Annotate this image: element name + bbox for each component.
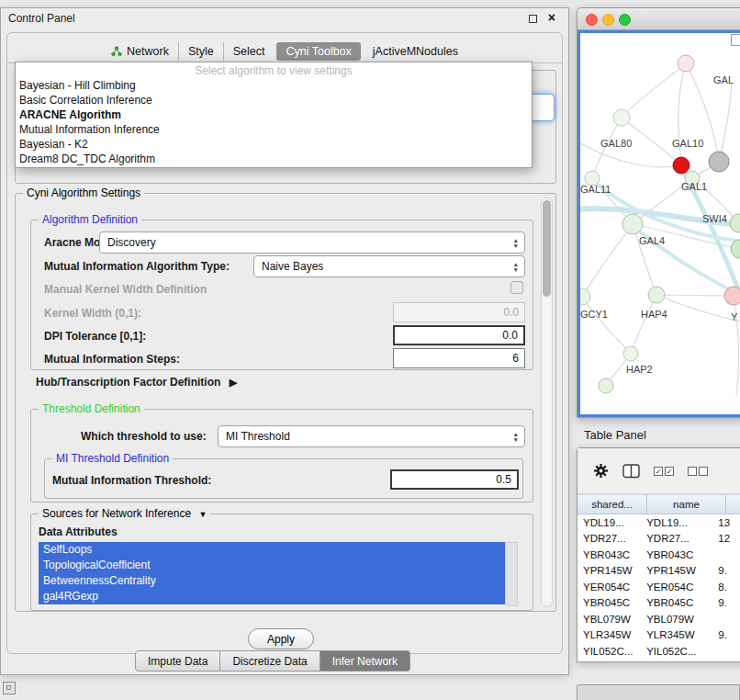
network-node[interactable] — [613, 109, 630, 126]
network-node[interactable] — [724, 287, 740, 305]
table-cell: YPR145W — [641, 565, 712, 576]
mac-close-button[interactable] — [586, 14, 598, 26]
mi-steps-label: Mutual Information Steps: — [44, 353, 180, 366]
scrollbar-thumb[interactable] — [543, 200, 551, 297]
select-all-columns-icon[interactable]: ✓✓ — [654, 467, 674, 476]
network-node-label: GCY1 — [580, 309, 608, 320]
table-column-header[interactable] — [726, 494, 740, 514]
network-node[interactable] — [678, 55, 694, 72]
table-cell: YDR27... — [577, 533, 641, 544]
apply-button[interactable]: Apply — [248, 628, 314, 649]
collapsed-panel-bar[interactable] — [577, 684, 740, 700]
mac-minimize-button[interactable] — [602, 14, 614, 26]
data-attribute-item[interactable]: SelfLoops — [39, 542, 505, 558]
close-icon[interactable]: × — [548, 10, 555, 25]
table-column-header[interactable]: shared... — [577, 494, 647, 514]
table-panel-title: Table Panel — [584, 428, 646, 442]
hub-factor-label: Hub/Transcription Factor Definition — [36, 376, 220, 389]
columns-icon[interactable] — [622, 464, 640, 479]
which-threshold-combobox[interactable]: MI Threshold ▲▼ — [218, 425, 525, 447]
table-cell: YDL19... — [641, 517, 712, 528]
table-cell: 9. — [712, 597, 740, 608]
mi-type-label: Mutual Information Algorithm Type: — [44, 260, 230, 273]
algorithm-option[interactable]: Bayesian - K2 — [16, 137, 532, 152]
gear-icon[interactable] — [593, 463, 609, 479]
network-node-label: GAL — [713, 74, 734, 85]
algorithm-option[interactable]: Mutual Information Inference — [16, 122, 532, 137]
tab-select[interactable]: Select — [223, 42, 275, 61]
deselect-all-columns-icon[interactable] — [688, 467, 708, 476]
network-canvas[interactable]: GALGAL80GAL10GAL11GAL1SWI4GAL4GCY1HAP4YH… — [577, 30, 740, 417]
manual-kernel-checkbox[interactable] — [510, 281, 523, 294]
network-edge — [656, 295, 734, 296]
table-cell: YBR045C — [641, 597, 712, 608]
data-attributes-list[interactable]: SelfLoopsTopologicalCoefficientBetweenne… — [39, 542, 505, 606]
network-node[interactable] — [648, 287, 665, 303]
network-graph: GALGAL80GAL10GAL11GAL1SWI4GAL4GCY1HAP4YH… — [580, 33, 740, 416]
network-node-label: GAL80 — [600, 138, 632, 149]
tab-impute-data[interactable]: Impute Data — [135, 650, 220, 672]
aracne-mode-combobox[interactable]: Discovery ▲▼ — [99, 231, 525, 254]
threshold-definition-title: Threshold Definition — [39, 402, 144, 415]
table-row[interactable]: YBR043CYBR043C — [577, 547, 740, 563]
table-row[interactable]: YPR145WYPR145W9. — [577, 563, 740, 580]
table-row[interactable]: YDR27...YDR27...12 — [577, 531, 740, 548]
network-edge — [582, 297, 631, 354]
network-node[interactable] — [731, 240, 740, 258]
tab-infer-network[interactable]: Infer Network — [320, 650, 410, 672]
network-edge — [719, 84, 732, 162]
network-node[interactable] — [730, 214, 740, 232]
table-row[interactable]: YLR345WYLR345W9. — [577, 627, 740, 644]
network-node[interactable] — [599, 378, 613, 393]
algorithm-option[interactable]: Basic Correlation Inference — [16, 93, 532, 107]
table-row[interactable]: YBR045CYBR045C9. — [577, 595, 740, 612]
table-cell: YLR345W — [641, 629, 712, 640]
algorithm-option[interactable]: Dream8 DC_TDC Algorithm — [16, 152, 532, 166]
mi-steps-field[interactable]: 6 — [393, 348, 525, 368]
tab-style[interactable]: Style — [178, 42, 223, 61]
float-window-icon[interactable] — [529, 15, 537, 23]
kernel-width-field[interactable]: 0.0 — [393, 302, 525, 322]
mi-type-combobox[interactable]: Naive Bayes ▲▼ — [253, 255, 525, 277]
data-attribute-item[interactable]: gal4RGexp — [39, 589, 505, 604]
network-node[interactable] — [709, 152, 729, 172]
manual-kernel-label: Manual Kernel Width Definition — [44, 283, 207, 296]
network-node-label: SWI4 — [702, 213, 727, 224]
network-node[interactable] — [623, 346, 638, 361]
tab-cyni-toolbox[interactable]: Cyni Toolbox — [276, 42, 360, 61]
table-column-header[interactable]: name — [647, 494, 726, 514]
tab-network[interactable]: Network — [102, 42, 178, 61]
algorithm-option[interactable]: ARACNE Algorithm — [16, 107, 532, 122]
table-cell: 9. — [712, 565, 740, 576]
table-cell: YER054C — [577, 581, 641, 593]
tab-discretize-data[interactable]: Discretize Data — [220, 650, 320, 672]
algorithm-option[interactable]: Bayesian - Hill Climbing — [16, 78, 532, 93]
chevron-down-icon: ▼ — [198, 510, 207, 519]
table-row[interactable]: YER054CYER054C8. — [577, 579, 740, 595]
settings-scrollbar[interactable] — [541, 198, 553, 607]
table-cell: YBR043C — [641, 549, 712, 560]
data-attribute-item[interactable]: BetweennessCentrality — [39, 573, 505, 589]
dropdown-placeholder: Select algorithm to view settings — [16, 64, 532, 78]
tab-jactivemnodules[interactable]: jActiveMNodules — [364, 42, 467, 61]
table-header-row: shared...name — [577, 494, 740, 514]
mac-zoom-button[interactable] — [619, 14, 631, 26]
table-row[interactable]: YIL052C...YIL052C... — [577, 643, 740, 660]
dpi-tolerance-field[interactable]: 0.0 — [393, 325, 525, 345]
network-node[interactable] — [622, 214, 643, 234]
mi-threshold-field[interactable]: 0.5 — [390, 469, 519, 490]
sources-section-toggle[interactable]: Sources for Network Inference ▼ — [39, 507, 210, 520]
data-attribute-item[interactable]: TopologicalCoefficient — [39, 558, 505, 573]
table-row[interactable]: YBL079WYBL079W — [577, 611, 740, 627]
table-cell: YIL052C... — [577, 646, 641, 657]
hub-factor-section-toggle[interactable]: Hub/Transcription Factor Definition ▶ — [36, 376, 237, 389]
table-row[interactable]: YDL19...YDL19...13 — [577, 514, 740, 531]
data-attributes-label: Data Attributes — [39, 525, 118, 538]
canvas-corner-widget[interactable] — [731, 34, 740, 46]
network-node[interactable] — [580, 288, 590, 305]
cyni-bottom-tabs: Impute Data Discretize Data Infer Networ… — [135, 650, 410, 672]
minimized-panel-icon[interactable] — [3, 682, 16, 694]
network-node[interactable] — [673, 157, 690, 174]
table-cell: YDL19... — [577, 517, 641, 528]
attributes-list-scrollbar[interactable] — [505, 542, 518, 606]
